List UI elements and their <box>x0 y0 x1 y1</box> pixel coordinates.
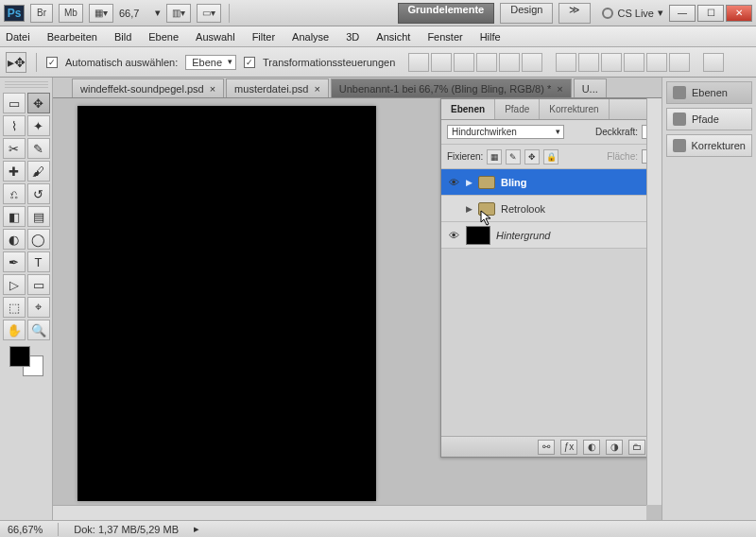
workspace-more[interactable]: ≫ <box>558 3 591 24</box>
distribute-button[interactable] <box>669 53 690 72</box>
tool-preset-button[interactable]: ▸✥ <box>6 52 26 73</box>
status-doc-size[interactable]: Dok: 1,37 MB/5,29 MB <box>74 524 179 535</box>
stamp-tool[interactable]: ⎌ <box>3 183 26 204</box>
zoom-field[interactable]: 66,7 <box>119 8 153 19</box>
auto-select-checkbox[interactable]: ✓ <box>46 57 58 68</box>
workspace-grundelemente[interactable]: Grundelemente <box>398 3 495 24</box>
lock-position-icon[interactable]: ✥ <box>524 149 540 165</box>
dodge-tool[interactable]: ◯ <box>27 229 50 250</box>
distribute-button[interactable] <box>601 53 622 72</box>
marquee-tool[interactable]: ▭ <box>3 93 26 113</box>
pen-tool[interactable]: ✒ <box>3 251 26 272</box>
menu-ebene[interactable]: Ebene <box>148 31 179 43</box>
healing-tool[interactable]: ✚ <box>3 161 26 182</box>
link-layers-button[interactable]: ⚯ <box>538 440 555 455</box>
app-logo[interactable]: Ps <box>4 5 25 22</box>
arrange-documents-button[interactable]: ▥▾ <box>166 4 191 23</box>
close-button[interactable]: ✕ <box>726 5 752 22</box>
layer-row[interactable]: 👁 ▶ Bling <box>441 169 662 196</box>
align-button[interactable] <box>454 53 474 72</box>
expand-icon[interactable]: ▶ <box>466 178 472 187</box>
panel-grip[interactable] <box>5 81 48 89</box>
menu-hilfe[interactable]: Hilfe <box>480 31 501 43</box>
layer-row[interactable]: ▶ Retrolook <box>441 196 662 222</box>
menu-3d[interactable]: 3D <box>346 31 359 43</box>
lock-transparency-icon[interactable]: ▦ <box>487 149 502 165</box>
document-tab[interactable]: U... <box>574 78 607 97</box>
view-extras-button[interactable]: ▦▾ <box>89 4 113 23</box>
visibility-icon[interactable]: 👁 <box>447 230 460 241</box>
layer-group-button[interactable]: 🗀 <box>628 440 645 455</box>
path-select-tool[interactable]: ▷ <box>3 274 26 295</box>
menu-bild[interactable]: Bild <box>114 31 131 43</box>
brush-tool[interactable]: 🖌 <box>27 161 50 182</box>
vertical-scrollbar[interactable] <box>646 98 662 505</box>
align-button[interactable] <box>476 53 497 72</box>
layer-name[interactable]: Retrolook <box>501 203 545 215</box>
visibility-icon[interactable]: 👁 <box>447 177 460 188</box>
panel-tab-korrekturen[interactable]: Korrekturen <box>540 99 609 119</box>
align-button[interactable] <box>408 53 429 72</box>
status-menu-icon[interactable]: ▸ <box>194 523 199 535</box>
menu-filter[interactable]: Filter <box>252 31 275 43</box>
layer-name[interactable]: Hintergrund <box>496 230 550 241</box>
panel-tab-pfade[interactable]: Pfade <box>495 99 540 119</box>
menu-ansicht[interactable]: Ansicht <box>376 31 410 43</box>
document-tab[interactable]: musterdatei.psd× <box>226 78 329 97</box>
eraser-tool[interactable]: ◧ <box>3 206 26 227</box>
dock-pfade-button[interactable]: Pfade <box>666 108 752 130</box>
distribute-button[interactable] <box>578 53 599 72</box>
close-tab-icon[interactable]: × <box>557 83 562 95</box>
foreground-color-icon[interactable] <box>9 346 30 367</box>
workspace-design[interactable]: Design <box>500 3 553 24</box>
lasso-tool[interactable]: ⌇ <box>3 115 26 136</box>
minimize-button[interactable]: — <box>669 5 696 22</box>
layer-name[interactable]: Bling <box>501 177 527 188</box>
maximize-button[interactable]: ☐ <box>697 5 724 22</box>
type-tool[interactable]: T <box>27 251 50 272</box>
layer-row[interactable]: 👁 Hintergrund 🔒 <box>441 222 662 249</box>
distribute-button[interactable] <box>624 53 644 72</box>
crop-tool[interactable]: ✂ <box>3 138 26 159</box>
expand-icon[interactable]: ▶ <box>466 204 472 214</box>
panel-tab-ebenen[interactable]: Ebenen <box>441 99 495 119</box>
lock-all-icon[interactable]: 🔒 <box>543 149 558 165</box>
cs-live-button[interactable]: CS Live ▾ <box>602 7 663 19</box>
distribute-button[interactable] <box>646 53 667 72</box>
color-swatches[interactable] <box>9 346 43 376</box>
gradient-tool[interactable]: ▤ <box>27 206 50 227</box>
document-tab-active[interactable]: Unbenannt-1 bei 66,7% (Bling Bling, RGB/… <box>331 78 572 97</box>
auto-align-button[interactable] <box>703 53 724 72</box>
3d-tool[interactable]: ⬚ <box>3 297 26 318</box>
document-tab[interactable]: windeffekt-soundpegel.psd× <box>72 78 224 97</box>
auto-select-dropdown[interactable]: Ebene <box>185 55 236 70</box>
lock-pixels-icon[interactable]: ✎ <box>506 149 521 165</box>
horizontal-scrollbar[interactable] <box>53 505 646 520</box>
align-button[interactable] <box>431 53 452 72</box>
hand-tool[interactable]: ✋ <box>3 320 26 340</box>
minibridge-button[interactable]: Mb <box>59 4 83 23</box>
close-tab-icon[interactable]: × <box>314 83 319 95</box>
history-brush-tool[interactable]: ↺ <box>27 183 50 204</box>
close-tab-icon[interactable]: × <box>210 83 215 95</box>
adjustment-layer-button[interactable]: ◑ <box>606 440 623 455</box>
bridge-button[interactable]: Br <box>30 4 53 23</box>
canvas[interactable] <box>77 106 376 501</box>
chevron-down-icon[interactable]: ▾ <box>155 7 161 19</box>
wand-tool[interactable]: ✦ <box>27 115 50 136</box>
menu-fenster[interactable]: Fenster <box>427 31 462 43</box>
menu-datei[interactable]: Datei <box>6 31 30 43</box>
menu-analyse[interactable]: Analyse <box>292 31 329 43</box>
menu-auswahl[interactable]: Auswahl <box>196 31 235 43</box>
move-tool[interactable]: ✥ <box>27 93 50 113</box>
3d-camera-tool[interactable]: ⌖ <box>27 297 50 318</box>
dock-korrekturen-button[interactable]: Korrekturen <box>666 134 752 157</box>
dock-ebenen-button[interactable]: Ebenen <box>666 81 752 104</box>
layer-thumbnail[interactable] <box>466 226 490 245</box>
status-zoom[interactable]: 66,67% <box>8 524 43 535</box>
zoom-tool[interactable]: 🔍 <box>27 320 50 340</box>
menu-bearbeiten[interactable]: Bearbeiten <box>47 31 97 43</box>
layer-mask-button[interactable]: ◐ <box>583 440 600 455</box>
align-button[interactable] <box>522 53 542 72</box>
screen-mode-button[interactable]: ▭▾ <box>197 4 221 23</box>
